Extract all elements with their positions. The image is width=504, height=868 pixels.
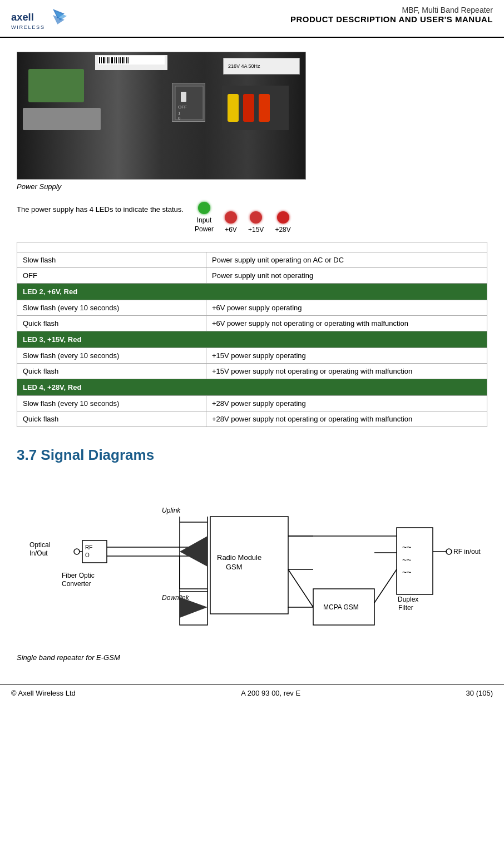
svg-text:~~: ~~ xyxy=(402,555,411,564)
ps-image: OFF 1 0 216V 4A 50Hz xyxy=(17,52,306,180)
svg-rect-19 xyxy=(114,57,115,63)
svg-marker-51 xyxy=(180,597,207,618)
svg-rect-6 xyxy=(181,92,186,102)
svg-line-67 xyxy=(374,569,397,603)
svg-rect-44 xyxy=(210,517,288,614)
svg-rect-17 xyxy=(110,57,110,63)
table-row-led4-header: LED 4, +28V, Red xyxy=(17,379,487,396)
yellow-plug xyxy=(228,94,239,122)
led-circle-6v xyxy=(225,211,237,224)
svg-rect-12 xyxy=(99,57,100,63)
svg-text:~~: ~~ xyxy=(402,568,411,577)
svg-rect-14 xyxy=(103,57,105,63)
product-desc: PRODUCT DESCRIPTION AND USER'S MANUAL xyxy=(290,14,493,24)
svg-text:O: O xyxy=(85,552,90,558)
led-status-table: Slow flash Power supply unit operating o… xyxy=(17,242,487,427)
table-led4-header: LED 4, +28V, Red xyxy=(17,379,487,396)
svg-rect-25 xyxy=(126,57,127,63)
table-cell-off-desc: Power supply unit not operating xyxy=(206,268,487,284)
svg-text:1: 1 xyxy=(178,111,181,116)
footer-center: A 200 93 00, rev E xyxy=(241,689,300,697)
signal-diagram-svg: Optical In/Out RF O Fiber Optic Converte… xyxy=(17,480,487,642)
table-led3-header: LED 3, +15V, Red xyxy=(17,331,487,348)
svg-rect-20 xyxy=(116,57,117,63)
table-cell-15v-slow-desc: +15V power supply operating xyxy=(206,348,487,364)
svg-text:Uplink: Uplink xyxy=(162,507,181,514)
svg-rect-24 xyxy=(125,57,125,63)
section-37: 3.7 Signal Diagrams Optical In/Out RF O … xyxy=(17,447,487,662)
ps-switch-area: OFF 1 0 xyxy=(172,83,205,122)
svg-text:OFF: OFF xyxy=(178,105,187,110)
table-row-led3-header: LED 3, +15V, Red xyxy=(17,331,487,348)
svg-rect-13 xyxy=(101,57,102,63)
svg-point-64 xyxy=(446,549,452,554)
svg-text:0: 0 xyxy=(178,116,181,121)
table-cell-6v-quick-desc: +6V power supply not operating or operat… xyxy=(206,316,487,331)
svg-text:RF: RF xyxy=(85,544,92,550)
page-footer: © Axell Wireless Ltd A 200 93 00, rev E … xyxy=(0,684,504,702)
svg-rect-15 xyxy=(106,57,106,63)
table-row-6v-slow: Slow flash (every 10 seconds) +6V power … xyxy=(17,300,487,316)
footer-right: 30 (105) xyxy=(466,689,493,697)
table-cell-15v-quick-label: Quick flash xyxy=(17,364,206,379)
led-indicators: InputPower +6V +15V +28V xyxy=(195,202,291,234)
table-row-28v-quick: Quick flash +28V power supply not operat… xyxy=(17,411,487,427)
svg-text:Optical: Optical xyxy=(29,541,50,549)
svg-line-69 xyxy=(288,569,313,607)
table-cell-15v-quick-desc: +15V power supply not operating or opera… xyxy=(206,364,487,379)
logo-area: axell WIRELESS xyxy=(11,6,67,33)
svg-rect-23 xyxy=(122,57,123,63)
svg-text:Converter: Converter xyxy=(62,580,91,588)
led-label-28v: +28V xyxy=(275,226,290,234)
svg-rect-18 xyxy=(111,57,113,63)
table-cell-28v-quick-label: Quick flash xyxy=(17,411,206,427)
svg-text:axell: axell xyxy=(11,11,34,23)
table-cell-slow-flash-desc: Power supply unit operating on AC or DC xyxy=(206,252,487,268)
table-cell-6v-slow-desc: +6V power supply operating xyxy=(206,300,487,316)
svg-text:Radio Module: Radio Module xyxy=(217,553,261,562)
svg-rect-26 xyxy=(129,57,129,63)
table-row-off: OFF Power supply unit not operating xyxy=(17,268,487,284)
led-label-15v: +15V xyxy=(248,226,264,234)
led-item-input-power: InputPower xyxy=(195,202,214,234)
svg-rect-30 xyxy=(82,540,107,563)
svg-rect-22 xyxy=(120,57,121,63)
led-circle-28v xyxy=(277,211,289,224)
table-cell-28v-slow-label: Slow flash (every 10 seconds) xyxy=(17,396,206,411)
led-item-15v: +15V xyxy=(248,211,264,234)
led-item-6v: +6V xyxy=(225,211,237,234)
led-item-28v: +28V xyxy=(275,211,290,234)
header-right: MBF, Multi Band Repeater PRODUCT DESCRIP… xyxy=(290,6,493,24)
ps-image-container: OFF 1 0 216V 4A 50Hz xyxy=(17,52,487,191)
led-text: The power supply has 4 LEDs to indicate … xyxy=(17,202,184,215)
axell-logo: axell WIRELESS xyxy=(11,6,67,33)
table-row-slow-flash: Slow flash Power supply unit operating o… xyxy=(17,252,487,268)
svg-text:~~: ~~ xyxy=(402,543,411,552)
table-cell-6v-quick-label: Quick flash xyxy=(17,316,206,331)
table-cell-15v-slow-label: Slow flash (every 10 seconds) xyxy=(17,348,206,364)
svg-text:Duplex: Duplex xyxy=(398,596,418,603)
led-circle-15v xyxy=(250,211,262,224)
svg-text:WIRELESS: WIRELESS xyxy=(11,24,45,30)
footer-left: © Axell Wireless Ltd xyxy=(11,689,76,697)
table-row-6v-quick: Quick flash +6V power supply not operati… xyxy=(17,316,487,331)
svg-point-29 xyxy=(74,549,80,554)
svg-text:GSM: GSM xyxy=(226,563,243,571)
table-row-led2-header: LED 2, +6V, Red xyxy=(17,284,487,300)
ps-image-inner: OFF 1 0 216V 4A 50Hz xyxy=(17,52,305,179)
table-cell-28v-slow-desc: +28V power supply operating xyxy=(206,396,487,411)
led-label-6v: +6V xyxy=(225,226,237,234)
section-37-title: 3.7 Signal Diagrams xyxy=(17,447,487,464)
svg-rect-16 xyxy=(107,57,108,63)
svg-rect-21 xyxy=(118,57,118,63)
main-content: OFF 1 0 216V 4A 50Hz xyxy=(0,38,504,667)
svg-text:RF in/out: RF in/out xyxy=(453,548,481,555)
red-plug-2 xyxy=(259,94,270,122)
svg-text:216V  4A  50Hz: 216V 4A 50Hz xyxy=(228,63,260,69)
diagram-caption: Single band repeater for E-GSM xyxy=(17,653,487,662)
ps-green-part xyxy=(28,69,84,102)
table-cell-slow-flash-label: Slow flash xyxy=(17,252,206,268)
red-plug-1 xyxy=(243,94,254,122)
table-row-28v-slow: Slow flash (every 10 seconds) +28V power… xyxy=(17,396,487,411)
ps-gray-part xyxy=(23,108,101,130)
